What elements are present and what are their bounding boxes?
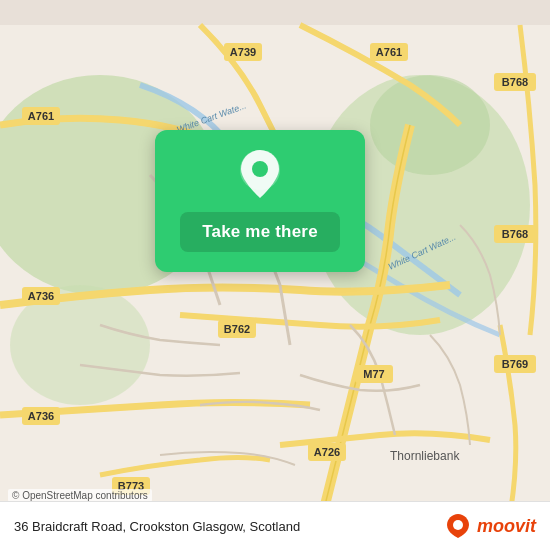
svg-text:A736: A736 — [28, 410, 54, 422]
svg-text:B769: B769 — [502, 358, 528, 370]
map-background: A761 A736 A739 A761 B768 B768 M77 B762 A… — [0, 0, 550, 550]
svg-text:B768: B768 — [502, 228, 528, 240]
svg-text:A761: A761 — [376, 46, 402, 58]
svg-text:A739: A739 — [230, 46, 256, 58]
svg-text:M77: M77 — [363, 368, 384, 380]
action-card: Take me there — [155, 130, 365, 272]
svg-text:Thornliebank: Thornliebank — [390, 449, 460, 463]
svg-text:A726: A726 — [314, 446, 340, 458]
map-pin-icon-container — [233, 148, 287, 202]
moovit-logo: moovit — [444, 512, 536, 540]
svg-text:B762: B762 — [224, 323, 250, 335]
svg-text:B768: B768 — [502, 76, 528, 88]
svg-point-34 — [453, 520, 463, 530]
moovit-brand-icon — [444, 512, 472, 540]
svg-point-3 — [370, 75, 490, 175]
svg-text:A761: A761 — [28, 110, 54, 122]
svg-point-33 — [252, 161, 268, 177]
moovit-brand-name: moovit — [477, 516, 536, 537]
address-text: 36 Braidcraft Road, Crookston Glasgow, S… — [14, 519, 444, 534]
svg-text:A736: A736 — [28, 290, 54, 302]
take-me-there-button[interactable]: Take me there — [180, 212, 340, 252]
map-container: A761 A736 A739 A761 B768 B768 M77 B762 A… — [0, 0, 550, 550]
bottom-bar: 36 Braidcraft Road, Crookston Glasgow, S… — [0, 501, 550, 550]
pin-icon — [236, 148, 284, 202]
